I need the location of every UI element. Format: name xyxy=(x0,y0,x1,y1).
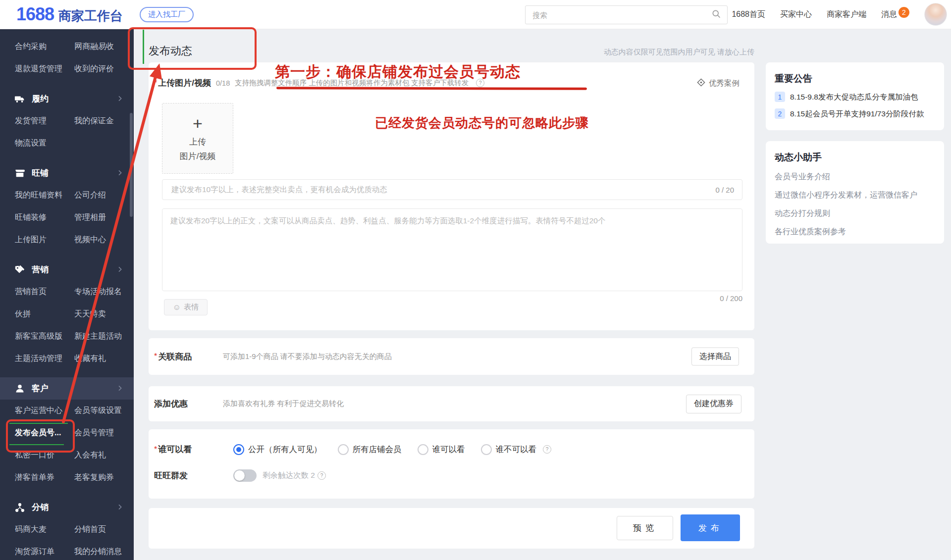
messages-label: 消息 xyxy=(881,9,897,20)
radio-selected-icon[interactable] xyxy=(233,444,244,455)
avatar[interactable] xyxy=(924,3,947,26)
required-mark: * xyxy=(154,445,157,454)
upload-count: 0/18 xyxy=(216,79,230,87)
truck-icon xyxy=(14,93,26,105)
sidebar-item-publish-member-feed[interactable]: 发布会员号... xyxy=(15,428,74,438)
sidebar-item[interactable]: 入会有礼 xyxy=(74,450,106,460)
nav-1688-home[interactable]: 1688首页 xyxy=(732,9,765,20)
sidebar-scrollbar[interactable] xyxy=(130,113,133,217)
actions-card: 预览 发布 xyxy=(149,508,754,549)
sidebar-item[interactable]: 老客复购券 xyxy=(74,472,114,483)
help-icon[interactable]: ? xyxy=(317,471,326,480)
preview-button[interactable]: 预览 xyxy=(617,516,673,540)
sidebar-item[interactable]: 管理相册 xyxy=(74,212,106,223)
sidebar-item[interactable]: 我的旺铺资料 xyxy=(15,190,74,201)
search-box[interactable] xyxy=(525,5,728,24)
sidebar-item[interactable]: 天天特卖 xyxy=(74,309,106,319)
title-input[interactable] xyxy=(170,185,715,195)
upload-media-button[interactable]: + 上传 图片/视频 xyxy=(162,103,233,174)
related-products-label: 关联商品 xyxy=(158,351,192,362)
sidebar-item[interactable]: 视频中心 xyxy=(74,235,106,245)
sidebar-item[interactable]: 发货管理 xyxy=(15,116,74,126)
sidebar-item[interactable]: 分销首页 xyxy=(74,524,106,535)
assistant-link[interactable]: 动态分打分规则 xyxy=(775,208,935,219)
content-textarea[interactable] xyxy=(162,209,742,291)
top-header: 1688 商家工作台 进入找工厂 1688首页 买家中心 商家客户端 消息 2 xyxy=(0,0,951,29)
announcement-item[interactable]: 1 8.15-9.8发布大促动态瓜分专属加油包 xyxy=(775,92,935,102)
nav-buyer-center[interactable]: 买家中心 xyxy=(780,9,812,20)
help-icon[interactable]: ? xyxy=(476,79,484,87)
sidebar-section-customers[interactable]: 客户 xyxy=(0,377,134,400)
enter-factory-button[interactable]: 进入找工厂 xyxy=(140,7,194,22)
radio-all-members-label: 所有店铺会员 xyxy=(353,444,402,455)
content-textarea-wrap xyxy=(162,208,742,291)
messages-entry[interactable]: 消息 2 xyxy=(881,9,909,20)
upload-box-line1: 上传 xyxy=(189,136,206,148)
sidebar-section-shop[interactable]: 旺铺 xyxy=(0,162,134,184)
sidebar-item[interactable]: 收到的评价 xyxy=(74,64,114,74)
sidebar-item[interactable]: 伙拼 xyxy=(15,309,74,319)
sidebar-item[interactable]: 新客宝高级版 xyxy=(15,331,74,342)
sidebar-section-label: 客户 xyxy=(32,383,49,394)
sidebar-item[interactable]: 主题活动管理 xyxy=(15,354,74,364)
assistant-link[interactable]: 各行业优质案例参考 xyxy=(775,227,935,237)
radio-all-members[interactable]: 所有店铺会员 xyxy=(338,444,402,455)
diamond-target-icon xyxy=(697,78,705,89)
search-input[interactable] xyxy=(531,10,711,20)
sidebar-item[interactable]: 退款退货管理 xyxy=(15,64,74,74)
assistant-link[interactable]: 通过微信小程序分发素材，运营微信客户 xyxy=(775,190,935,201)
sidebar-item[interactable]: 营销首页 xyxy=(15,287,74,297)
sidebar-section-fulfillment[interactable]: 履约 xyxy=(0,88,134,110)
sidebar-item[interactable]: 合约采购 xyxy=(15,42,74,52)
sidebar-item[interactable]: 会员等级设置 xyxy=(74,406,122,416)
select-products-button[interactable]: 选择商品 xyxy=(691,348,739,366)
sidebar-item[interactable]: 公司介绍 xyxy=(74,190,106,201)
sidebar-item[interactable]: 我的分销消息 xyxy=(74,547,122,557)
sidebar-item[interactable]: 码商大麦 xyxy=(15,524,74,535)
radio-icon[interactable] xyxy=(418,444,428,455)
create-coupon-button[interactable]: 创建优惠券 xyxy=(686,395,741,413)
sidebar-item[interactable]: 客户运营中心 xyxy=(15,406,74,416)
publish-button[interactable]: 发布 xyxy=(681,514,740,541)
sidebar-item[interactable]: 淘货源订单 xyxy=(15,547,74,557)
help-icon[interactable]: ? xyxy=(543,445,551,454)
radio-public[interactable]: 公开（所有人可见） xyxy=(233,444,322,455)
sidebar-item[interactable]: 收藏有礼 xyxy=(74,354,106,364)
page-title: 发布动态 xyxy=(149,44,192,58)
radio-icon[interactable] xyxy=(338,444,349,455)
related-products-card: *关联商品 可添加1-9个商品 请不要添加与动态内容无关的商品 选择商品 xyxy=(149,338,754,375)
wangwang-broadcast-label: 旺旺群发 xyxy=(154,470,188,481)
excellent-cases-link[interactable]: 优秀案例 xyxy=(697,78,740,89)
announcement-item[interactable]: 2 8.15起会员号开单支持91/73分阶段付款 xyxy=(775,108,935,119)
emoji-button[interactable]: ☺ 表情 xyxy=(164,299,208,315)
sidebar-item[interactable]: 物流设置 xyxy=(15,138,74,149)
sidebar-item[interactable]: 私密一口价 xyxy=(15,450,74,460)
assistant-link[interactable]: 会员号业务介绍 xyxy=(775,172,935,182)
sidebar-item[interactable]: 我的保证金 xyxy=(74,116,114,126)
publish-form-card: *上传图片/视频 0/18 支持拖拽调整文件顺序 上传的图片和视频将作为素材包 … xyxy=(149,62,754,330)
sitemap-icon xyxy=(14,502,26,513)
sidebar-section-distribution[interactable]: 分销 xyxy=(0,496,134,518)
tags-icon xyxy=(14,264,26,276)
radio-who-can-see[interactable]: 谁可以看 xyxy=(418,444,465,455)
store-icon xyxy=(14,167,26,179)
sidebar-section-marketing[interactable]: 营销 xyxy=(0,258,134,281)
announcement-number-badge: 2 xyxy=(775,108,785,119)
nav-merchant-client[interactable]: 商家客户端 xyxy=(827,9,866,20)
sidebar-item[interactable]: 旺铺装修 xyxy=(15,212,74,223)
broadcast-toggle[interactable] xyxy=(233,469,257,482)
logo-1688[interactable]: 1688 商家工作台 xyxy=(16,4,123,25)
search-icon[interactable] xyxy=(711,9,721,21)
radio-who-cannot-see[interactable]: 谁不可以看 ? xyxy=(481,444,552,455)
sidebar-item[interactable]: 网商融易收 xyxy=(74,42,114,52)
radio-icon[interactable] xyxy=(481,444,492,455)
upload-hint: 支持拖拽调整文件顺序 上传的图片和视频将作为素材包 支持客户下载转发 xyxy=(235,78,469,88)
sidebar-item[interactable]: 会员号管理 xyxy=(74,428,114,438)
sidebar-item[interactable]: 专场活动报名 xyxy=(74,287,122,297)
sidebar-item[interactable]: 上传图片 xyxy=(15,235,74,245)
sidebar-item[interactable]: 潜客首单券 xyxy=(15,472,74,483)
top-nav: 1688首页 买家中心 商家客户端 消息 2 xyxy=(732,0,947,29)
sidebar-item[interactable]: 新建主题活动 xyxy=(74,331,122,342)
sidebar-section-label: 履约 xyxy=(32,93,49,104)
sidebar-section-label: 旺铺 xyxy=(32,167,49,179)
